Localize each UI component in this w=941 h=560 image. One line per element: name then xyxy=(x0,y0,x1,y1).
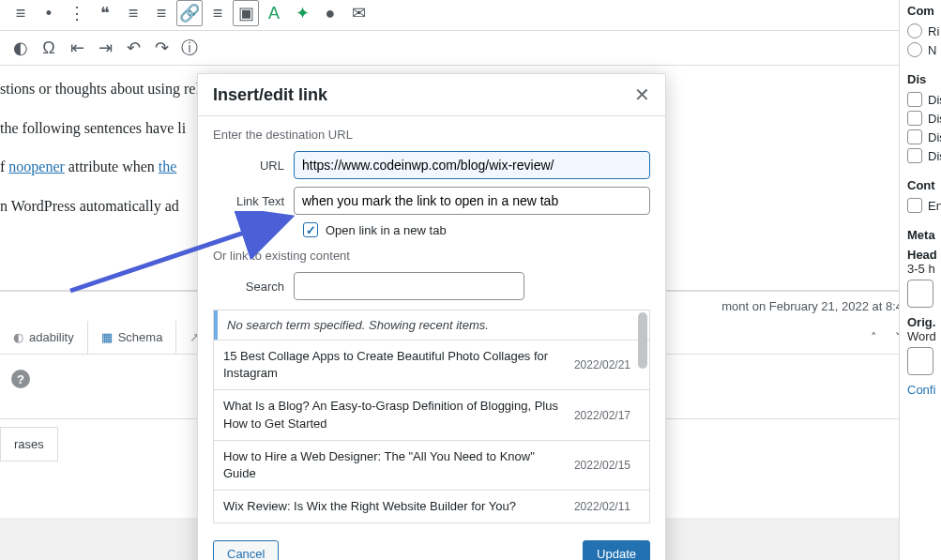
tab-label: Schema xyxy=(118,330,163,344)
url-input[interactable] xyxy=(294,151,650,179)
list-icon[interactable]: ≡ xyxy=(8,0,34,26)
sidebar-heading: Cont xyxy=(907,178,933,192)
content-link[interactable]: noopener xyxy=(8,159,65,174)
help-icon[interactable]: ? xyxy=(11,370,30,388)
checkbox-option[interactable]: En xyxy=(907,198,933,213)
outdent-icon[interactable]: ⇤ xyxy=(64,35,90,61)
align-left-icon[interactable]: ≡ xyxy=(120,0,146,26)
list-ul-icon[interactable]: • xyxy=(36,0,62,26)
modal-title: Insert/edit link xyxy=(213,85,327,105)
sidebar-heading: Com xyxy=(907,4,933,18)
chevron-up-icon[interactable]: ˄ xyxy=(862,326,885,349)
editor-toolbar-row1: ≡ • ⋮ ❝ ≡ ≡ 🔗 ≡ ▣ A ✦ ● ✉ ⛶ xyxy=(0,0,941,31)
search-label: Search xyxy=(213,280,294,294)
checkbox-icon xyxy=(907,198,922,213)
url-label: URL xyxy=(213,159,294,173)
sidebar-heading: Meta xyxy=(907,228,933,242)
result-date: 2022/02/11 xyxy=(574,500,630,513)
tab-readability[interactable]: ◐ adability xyxy=(0,321,88,354)
search-input[interactable] xyxy=(294,272,524,300)
checkbox-icon xyxy=(907,129,922,144)
link-icon[interactable]: 🔗 xyxy=(176,0,203,26)
sidebar-heading: Dis xyxy=(907,72,933,86)
result-title: What Is a Blog? An Easy-to-Grasp Definit… xyxy=(223,398,574,431)
existing-content-hint: Or link to existing content xyxy=(213,249,650,263)
radio-icon xyxy=(907,23,922,38)
result-date: 2022/02/15 xyxy=(574,459,630,472)
destination-hint: Enter the destination URL xyxy=(213,128,650,142)
redo-icon[interactable]: ↷ xyxy=(148,35,175,61)
quote-icon[interactable]: ❝ xyxy=(92,0,118,26)
undo-icon[interactable]: ↶ xyxy=(120,35,146,61)
sidebar-label: Head xyxy=(907,248,933,262)
result-date: 2022/02/17 xyxy=(574,409,630,422)
tab-label: adability xyxy=(29,330,74,344)
radio-icon xyxy=(907,42,922,57)
checkbox-icon xyxy=(907,148,922,163)
help-icon[interactable]: ⓘ xyxy=(176,35,203,61)
results-hint: No search term specified. Showing recent… xyxy=(214,310,649,340)
globe-icon[interactable]: ● xyxy=(317,0,343,26)
linktext-input[interactable] xyxy=(294,187,650,215)
update-button[interactable]: Update xyxy=(583,540,650,560)
result-title: How to Hire a Web Designer: The "All You… xyxy=(223,448,574,482)
checkbox-option[interactable]: Dis xyxy=(907,92,933,107)
result-item[interactable]: What Is a Blog? An Easy-to-Grasp Definit… xyxy=(214,389,649,439)
radio-option[interactable]: N xyxy=(907,42,933,57)
newtab-checkbox[interactable] xyxy=(303,222,318,237)
checkbox-option[interactable]: Dis xyxy=(907,129,933,144)
indent-icon[interactable]: ⇥ xyxy=(92,35,118,61)
checkbox-option[interactable]: Dis xyxy=(907,111,933,126)
linktext-label: Link Text xyxy=(213,194,294,208)
image-icon[interactable]: ▣ xyxy=(233,0,259,26)
checkbox-icon xyxy=(907,92,922,107)
readability-icon: ◐ xyxy=(13,330,23,344)
scrollbar[interactable] xyxy=(638,312,647,369)
sidebar-label: Orig. xyxy=(907,315,933,329)
result-item[interactable]: 15 Best Collage Apps to Create Beautiful… xyxy=(214,340,649,389)
checkbox-option[interactable]: Dis xyxy=(907,148,933,163)
schema-icon: ▦ xyxy=(101,330,113,344)
sidebar-label: Word xyxy=(907,329,933,343)
sidebar-input[interactable] xyxy=(907,347,933,375)
results-list: No search term specified. Showing recent… xyxy=(213,310,650,523)
result-date: 2022/02/21 xyxy=(574,358,630,371)
result-title: Wix Review: Is Wix the Right Website Bui… xyxy=(223,498,574,515)
result-item[interactable]: How to Hire a Web Designer: The "All You… xyxy=(214,440,649,490)
eraser-icon[interactable]: ◐ xyxy=(8,35,34,61)
paint-icon[interactable]: ✦ xyxy=(289,0,315,26)
align-justify-icon[interactable]: ≡ xyxy=(205,0,231,26)
link-modal: Insert/edit link ✕ Enter the destination… xyxy=(197,73,666,560)
right-sidebar: Com Ri N Dis Dis Dis Dis Dis Cont En Met… xyxy=(899,0,941,560)
editor-toolbar-row2: ◐ Ω ⇤ ⇥ ↶ ↷ ⓘ xyxy=(0,31,941,66)
result-title: 15 Best Collage Apps to Create Beautiful… xyxy=(223,348,574,382)
text-color-icon[interactable]: A xyxy=(261,0,287,26)
phrases-label: rases xyxy=(14,437,44,451)
sidebar-input[interactable] xyxy=(907,280,933,308)
config-link[interactable]: Confi xyxy=(907,383,933,397)
sidebar-value: 3-5 h xyxy=(907,262,933,276)
list-ol-icon[interactable]: ⋮ xyxy=(64,0,90,26)
phrases-button[interactable]: rases xyxy=(0,427,58,462)
close-icon[interactable]: ✕ xyxy=(634,83,650,106)
result-item[interactable]: Wix Review: Is Wix the Right Website Bui… xyxy=(214,490,649,522)
checkbox-icon xyxy=(907,111,922,126)
content-link[interactable]: the xyxy=(159,159,177,174)
newtab-label: Open link in a new tab xyxy=(326,223,447,237)
align-center-icon[interactable]: ≡ xyxy=(148,0,175,26)
omega-icon[interactable]: Ω xyxy=(36,35,62,61)
cancel-button[interactable]: Cancel xyxy=(213,540,279,560)
radio-option[interactable]: Ri xyxy=(907,23,933,38)
mail-icon[interactable]: ✉ xyxy=(345,0,372,26)
tab-schema[interactable]: ▦ Schema xyxy=(88,321,177,354)
